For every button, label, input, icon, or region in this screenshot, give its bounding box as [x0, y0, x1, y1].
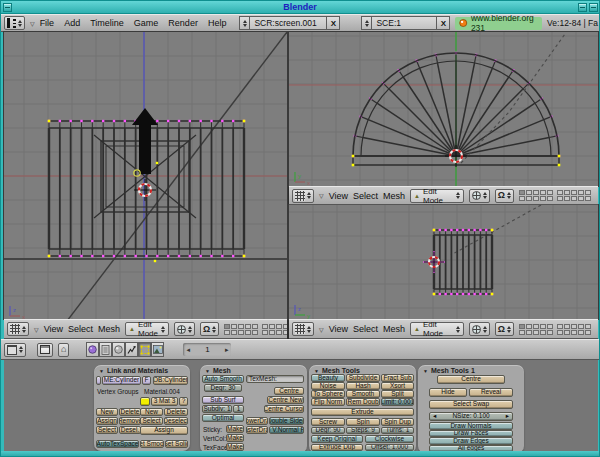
rem-doub-button[interactable]: Rem Doub [346, 398, 380, 406]
spin-dup-button[interactable]: Spin Dup [381, 418, 414, 426]
layer-cell[interactable] [519, 330, 525, 335]
viewport-side-canvas[interactable]: zy [289, 205, 598, 319]
viewport-front-canvas[interactable]: zx [4, 32, 287, 319]
layer-cell[interactable] [571, 190, 577, 195]
window-shade-button[interactable] [578, 3, 587, 12]
layer-cell[interactable] [557, 324, 563, 329]
centre-button[interactable]: Centre [274, 387, 304, 395]
nsize-increment[interactable]: ▸ [506, 413, 509, 420]
faster-draw-button[interactable]: FasterDraw [246, 426, 268, 434]
reveal-button[interactable]: Reveal [469, 388, 513, 397]
mesh-menu[interactable]: Mesh [383, 324, 405, 334]
subsurf-toggle[interactable]: Sub Surf [202, 396, 244, 404]
layer-cell[interactable] [519, 196, 525, 201]
degr-field[interactable]: Degr: 90 [311, 427, 345, 435]
panel-header[interactable]: ▼ Link and Materials [99, 367, 168, 374]
editor-type-button[interactable] [292, 189, 314, 203]
menu-add[interactable]: Add [64, 18, 80, 28]
menu-render[interactable]: Render [168, 18, 198, 28]
object-context-button[interactable] [125, 342, 138, 357]
layer-cell[interactable] [262, 330, 268, 335]
layer-cell[interactable] [557, 330, 563, 335]
window-type-button[interactable] [4, 16, 25, 30]
material-color-swatch[interactable] [140, 397, 150, 406]
layer-cell[interactable] [238, 324, 244, 329]
draw-mode-button[interactable] [174, 322, 195, 336]
layer-cell[interactable] [224, 324, 230, 329]
draw-edges-toggle[interactable]: Draw Edges [429, 437, 513, 445]
material-delete-button[interactable]: Delete [164, 408, 188, 416]
vgroup-select-button[interactable]: Select [96, 426, 118, 434]
subdivide-button[interactable]: Subdivide [346, 374, 380, 382]
degr-field[interactable]: Degr: 30 [204, 384, 242, 392]
no-vnormal-flip-toggle[interactable]: No V.Normal Flip [269, 426, 304, 434]
header-collapse-icon[interactable]: ▽ [319, 192, 324, 199]
layer-cell[interactable] [252, 330, 258, 335]
frame-next-button[interactable]: ▸ [225, 346, 229, 354]
header-collapse-icon[interactable]: ▽ [34, 326, 39, 333]
layer-cell[interactable] [578, 330, 584, 335]
layer-cell[interactable] [245, 324, 251, 329]
layer-cell[interactable] [238, 330, 244, 335]
scene-browse-button[interactable] [361, 16, 371, 30]
shading-context-button[interactable] [112, 342, 125, 357]
layer-cell[interactable] [564, 324, 570, 329]
autotexspace-toggle[interactable]: AutoTexSpace [96, 440, 139, 448]
layer-cell[interactable] [547, 324, 553, 329]
clockwise-toggle[interactable]: Clockwise [365, 435, 414, 443]
layer-cell[interactable] [269, 324, 275, 329]
extrude-dup-button[interactable]: Extrude Dup [311, 444, 363, 452]
view-menu[interactable]: View [44, 324, 63, 334]
layer-cell[interactable] [262, 324, 268, 329]
layer-cell[interactable] [557, 196, 563, 201]
layer-cell[interactable] [540, 324, 546, 329]
layer-cell[interactable] [578, 190, 584, 195]
header-collapse-icon[interactable]: ▽ [30, 20, 35, 27]
layer-cell[interactable] [533, 330, 539, 335]
nsize-decrement[interactable]: ◂ [433, 413, 436, 420]
nsize-field[interactable]: ◂ NSize: 0.100 ▸ [429, 412, 513, 421]
layer-cell[interactable] [540, 330, 546, 335]
titlebar[interactable]: Blender [1, 1, 599, 14]
layer-cell[interactable] [283, 324, 287, 329]
flip-norm-button[interactable]: Flip Norm [311, 398, 345, 406]
mesh-browse-button[interactable] [96, 376, 101, 385]
steps-field[interactable]: Steps: 9 [346, 427, 380, 435]
panel-header[interactable]: ▼ Mesh [205, 367, 231, 374]
select-menu[interactable]: Select [68, 324, 93, 334]
layer-cell[interactable] [252, 324, 258, 329]
texmesh-field[interactable]: TexMesh: [246, 375, 304, 383]
layer-cell[interactable] [571, 196, 577, 201]
scene-context-button[interactable] [151, 342, 164, 357]
viewport-top-canvas[interactable]: yx [289, 32, 598, 186]
vgroup-delete-button[interactable]: Delete [119, 408, 141, 416]
screen-browse-button[interactable] [239, 16, 249, 30]
pivot-button[interactable]: Ω [495, 322, 514, 336]
layer-cell[interactable] [276, 324, 282, 329]
layer-cell[interactable] [564, 196, 570, 201]
layer-cell[interactable] [578, 324, 584, 329]
layer-cell[interactable] [585, 324, 591, 329]
mesh-menu[interactable]: Mesh [383, 191, 405, 201]
frame-prev-button[interactable]: ◂ [186, 346, 190, 354]
draw-normals-toggle[interactable]: Draw Normals [429, 422, 513, 430]
panel-header[interactable]: ▼ Mesh Tools 1 [423, 367, 475, 374]
mode-dropdown[interactable]: ▲ Edit Mode [410, 189, 464, 203]
editor-type-button[interactable] [4, 343, 26, 357]
menu-game[interactable]: Game [134, 18, 159, 28]
hash-button[interactable]: Hash [346, 382, 380, 390]
set-solid-button[interactable]: Set Solid [165, 440, 188, 448]
material-new-button[interactable]: New [140, 408, 163, 416]
centre-new-button[interactable]: Centre New [267, 396, 304, 404]
viewport-side[interactable]: zy [289, 205, 598, 319]
slower-draw-button[interactable]: SlowerDraw [246, 417, 268, 425]
mesh-menu[interactable]: Mesh [98, 324, 120, 334]
vertcol-make-button[interactable]: Make [226, 434, 244, 442]
centre-cursor-button[interactable]: Centre Cursor [264, 405, 304, 413]
frame-number[interactable]: 1 [205, 345, 209, 354]
editor-type-button[interactable] [292, 322, 314, 336]
subdiv-field[interactable]: Subdiv: 1 [202, 405, 232, 413]
material-question-button[interactable]: ? [179, 397, 188, 406]
material-assign-button[interactable]: Assign [140, 426, 188, 435]
layer-cell[interactable] [231, 324, 237, 329]
